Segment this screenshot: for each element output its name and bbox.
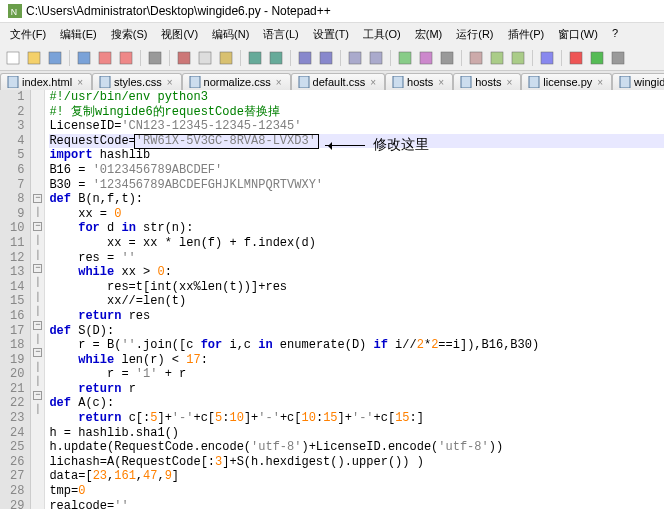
close-icon[interactable]: × — [436, 77, 446, 88]
code-line[interactable]: res=t[int(xx%len(t))]+res — [49, 280, 664, 295]
close-icon[interactable]: × — [595, 77, 605, 88]
file-tab[interactable]: normalize.css× — [182, 73, 291, 90]
menu-item[interactable]: 工具(O) — [357, 25, 407, 44]
cut-button[interactable] — [175, 49, 193, 67]
code-line[interactable]: xx//=len(t) — [49, 294, 664, 309]
code-line[interactable]: h.update(RequestCode.encode('utf-8')+Lic… — [49, 440, 664, 455]
menu-item[interactable]: 语言(L) — [257, 25, 304, 44]
code-line[interactable]: data=[23,161,47,9] — [49, 469, 664, 484]
menu-item[interactable]: 搜索(S) — [105, 25, 154, 44]
code-line[interactable]: r = '1' + r — [49, 367, 664, 382]
code-line[interactable]: def B(n,f,t): — [49, 192, 664, 207]
print-button[interactable] — [146, 49, 164, 67]
menu-item[interactable]: 窗口(W) — [552, 25, 604, 44]
record-button[interactable] — [567, 49, 585, 67]
save-button[interactable] — [46, 49, 64, 67]
code-line[interactable]: xx = 0 — [49, 207, 664, 222]
close-icon[interactable]: × — [75, 77, 85, 88]
fold-guide — [31, 178, 44, 193]
new-button[interactable] — [4, 49, 22, 67]
editor-area: 1234567891011121314151617181920212223242… — [0, 90, 664, 509]
fold-button[interactable] — [488, 49, 506, 67]
menu-item[interactable]: 文件(F) — [4, 25, 52, 44]
file-tab[interactable]: wingide6 crack.py× — [612, 73, 664, 90]
fold-toggle[interactable]: − — [33, 264, 42, 273]
close-icon[interactable]: × — [504, 77, 514, 88]
code-line[interactable]: LicenseID='CN123-12345-12345-12345' — [49, 119, 664, 134]
bookmark-button[interactable] — [538, 49, 556, 67]
file-tab[interactable]: index.html× — [0, 73, 92, 90]
code-line[interactable]: for d in str(n): — [49, 221, 664, 236]
code-line[interactable]: res = '' — [49, 251, 664, 266]
redo-button[interactable] — [267, 49, 285, 67]
fold-toggle[interactable]: − — [33, 321, 42, 330]
code-line[interactable]: return res — [49, 309, 664, 324]
file-tab[interactable]: default.css× — [291, 73, 385, 90]
menu-item[interactable]: 插件(P) — [502, 25, 551, 44]
file-tab[interactable]: license.py× — [521, 73, 612, 90]
code-line[interactable]: B16 = '0123456789ABCDEF' — [49, 163, 664, 178]
unfold-button[interactable] — [509, 49, 527, 67]
menu-item[interactable]: ? — [606, 25, 624, 44]
code-line[interactable]: return r — [49, 382, 664, 397]
open-button[interactable] — [25, 49, 43, 67]
redo-icon — [269, 51, 283, 65]
zoomin-button[interactable] — [346, 49, 364, 67]
showall-button[interactable] — [438, 49, 456, 67]
code-line[interactable]: lichash=A(RequestCode[:3]+S(h.hexdigest(… — [49, 455, 664, 470]
code-line[interactable]: while len(r) < 17: — [49, 353, 664, 368]
fold-toggle[interactable]: − — [33, 222, 42, 231]
close-icon[interactable]: × — [274, 77, 284, 88]
code-line[interactable]: h = hashlib.sha1() — [49, 426, 664, 441]
replace-button[interactable] — [317, 49, 335, 67]
menu-item[interactable]: 编辑(E) — [54, 25, 103, 44]
close-icon[interactable]: × — [165, 77, 175, 88]
code-line[interactable]: realcode='' — [49, 499, 664, 511]
code-line[interactable]: xx = xx * len(f) + f.index(d) — [49, 236, 664, 251]
play-button[interactable] — [588, 49, 606, 67]
code-line[interactable]: return c[:5]+'-'+c[5:10]+'-'+c[10:15]+'-… — [49, 411, 664, 426]
zoomout-button[interactable] — [367, 49, 385, 67]
file-icon — [460, 76, 472, 88]
menu-item[interactable]: 运行(R) — [450, 25, 499, 44]
tab-label: license.py — [543, 76, 592, 88]
svg-rect-9 — [178, 52, 190, 64]
find-button[interactable] — [296, 49, 314, 67]
line-number: 17 — [10, 324, 24, 339]
menu-item[interactable]: 设置(T) — [307, 25, 355, 44]
paste-button[interactable] — [217, 49, 235, 67]
closeall-button[interactable] — [117, 49, 135, 67]
sync-button[interactable] — [396, 49, 414, 67]
wrap-button[interactable] — [417, 49, 435, 67]
tab-label: wingide6 crack.py — [634, 76, 664, 88]
code-line[interactable]: def S(D): — [49, 324, 664, 339]
close-button[interactable] — [96, 49, 114, 67]
copy-button[interactable] — [196, 49, 214, 67]
code-line[interactable]: B30 = '123456789ABCDEFGHJKLMNPQRTVWXY' — [49, 178, 664, 193]
annotation: 修改这里 — [325, 136, 429, 154]
code-line[interactable]: tmp=0 — [49, 484, 664, 499]
fold-toggle[interactable]: − — [33, 348, 42, 357]
saveall-button[interactable] — [75, 49, 93, 67]
file-tab[interactable]: styles.css× — [92, 73, 182, 90]
file-icon — [528, 76, 540, 88]
line-number: 4 — [10, 134, 24, 149]
close-icon[interactable]: × — [368, 77, 378, 88]
code-line[interactable]: #! 复制wingide6的requestCode替换掉 — [49, 105, 664, 120]
stop-button[interactable] — [609, 49, 627, 67]
code-line[interactable]: def A(c): — [49, 396, 664, 411]
indent-button[interactable] — [467, 49, 485, 67]
file-tab[interactable]: hosts× — [385, 73, 453, 90]
fold-toggle[interactable]: − — [33, 194, 42, 203]
code-area[interactable]: 修改这里 #!/usr/bin/env python3#! 复制wingide6… — [45, 90, 664, 509]
file-icon — [619, 76, 631, 88]
code-line[interactable]: while xx > 0: — [49, 265, 664, 280]
undo-button[interactable] — [246, 49, 264, 67]
menu-item[interactable]: 宏(M) — [409, 25, 449, 44]
menu-item[interactable]: 编码(N) — [206, 25, 255, 44]
code-line[interactable]: #!/usr/bin/env python3 — [49, 90, 664, 105]
file-tab[interactable]: hosts× — [453, 73, 521, 90]
menu-item[interactable]: 视图(V) — [155, 25, 204, 44]
code-line[interactable]: r = B(''.join([c for i,c in enumerate(D)… — [49, 338, 664, 353]
fold-toggle[interactable]: − — [33, 391, 42, 400]
